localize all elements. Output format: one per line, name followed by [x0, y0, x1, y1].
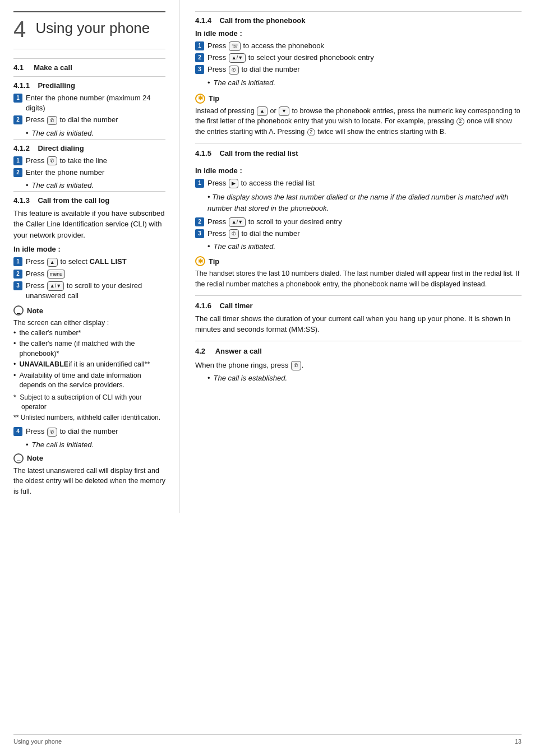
step-item: 1 Press ▲ to select CALL LIST [13, 257, 165, 267]
step-item: 2 Press ✆ to dial the number [13, 115, 165, 125]
note-title: Note [27, 307, 43, 315]
note-text: The screen can either display : the call… [13, 318, 165, 391]
menu-key-icon: menu [47, 270, 66, 279]
note-header-2: ⎯ Note [13, 453, 165, 463]
step-item: 2 Press ▲/▼ to select your desired phone… [195, 53, 522, 63]
section-4-1-3-step4: 4 Press ✆ to dial the number [13, 426, 165, 437]
page: 4 Using your phone 4.1 Make a call 4.1.1… [0, 0, 535, 756]
tip-icon-1: ✱ [195, 94, 205, 104]
section-4-1-5-steps-2: 2 Press ▲/▼ to scroll to your desired en… [195, 217, 522, 239]
idle-mode-label-4-1-4: In idle mode : [195, 29, 522, 38]
talk-key-icon-2: ✆ [229, 66, 239, 75]
section-4-1-4-steps: 1 Press ☏ to access the phonebook 2 Pres… [195, 41, 522, 75]
tip-icon-2: ✱ [195, 256, 205, 266]
divider-1 [195, 143, 522, 143]
chapter-title: Using your phone [35, 20, 150, 36]
step-item: 1 Enter the phone number (maximum 24 dig… [13, 93, 165, 113]
note-box-2: ⎯ Note The latest unanswered call will d… [13, 453, 165, 497]
tip-header-1: ✱ Tip [195, 94, 522, 104]
note-icon: ⎯ [13, 305, 24, 316]
step-item: 1 Press ☏ to access the phonebook [195, 41, 522, 51]
footnote-item: ** Unlisted numbers, withheld caller ide… [13, 413, 165, 423]
note-title-2: Note [27, 454, 43, 462]
section-4-1-4-header: 4.1.4 Call from the phonebook [195, 11, 522, 25]
section-4-1-1-steps: 1 Enter the phone number (maximum 24 dig… [13, 93, 165, 126]
bullet-item-4-2: The call is established. [195, 374, 522, 382]
section-4-1-3-intro: This feature is available if you have su… [13, 208, 165, 241]
note-icon-2: ⎯ [13, 453, 24, 463]
bullet-item: The call is initiated. [13, 129, 165, 137]
note-header: ⎯ Note [13, 305, 165, 316]
talk-key-icon: ✆ [47, 428, 57, 437]
footer-right: 13 [515, 738, 522, 745]
section-4-1-5-header: 4.1.5 Call from the redial list [195, 149, 522, 157]
content-area: 4 Using your phone 4.1 Make a call 4.1.1… [0, 0, 535, 535]
bullet-item-4-1-4: The call is initiated. [195, 78, 522, 87]
note-text-2: The latest unanswered call will display … [13, 466, 165, 497]
tip-header-2: ✱ Tip [195, 256, 522, 266]
page-footer: Using your phone 13 [13, 734, 522, 745]
footer-left: Using your phone [13, 738, 62, 745]
section-4-1-6-header: 4.1.6 Call timer [195, 302, 522, 310]
section-4-1-5-steps: 1 Press ▶ to access the redial list [195, 178, 522, 188]
redial-key-icon: ▶ [229, 179, 238, 188]
talk-key-icon: ✆ [47, 116, 57, 126]
idle-mode-label-4-1-5: In idle mode : [195, 166, 522, 175]
phonebook-key-icon: ☏ [229, 41, 241, 51]
left-column: 4 Using your phone 4.1 Make a call 4.1.1… [0, 0, 179, 513]
num-2-icon-2: 2 [307, 128, 315, 136]
list-item: the caller's name (if matched with the p… [13, 339, 165, 359]
divider-2 [195, 295, 522, 296]
section-4-1-1-header: 4.1.1 Predialling [13, 76, 165, 90]
bullet-item: The call is initiated. [13, 181, 165, 189]
step-item: 1 Press ▶ to access the redial list [195, 178, 522, 188]
nav-down-icon: ▼ [279, 106, 289, 117]
section-4-1-2-steps: 1 Press ✆ to take the line 2 Enter the p… [13, 156, 165, 178]
list-item: Availability of time and date informatio… [13, 371, 165, 391]
section-4-1-2-header: 4.1.2 Direct dialing [13, 139, 165, 152]
nav-key-icon: ▲ [47, 258, 58, 267]
step-item: 3 Press ✆ to dial the number [195, 229, 522, 239]
step-item: 4 Press ✆ to dial the number [13, 426, 165, 437]
scroll-key-icon: ▲/▼ [47, 281, 64, 291]
tip-title-2: Tip [209, 257, 219, 266]
section-4-1-3-header: 4.1.3 Call from the call log [13, 191, 165, 205]
right-column: 4.1.4 Call from the phonebook In idle mo… [179, 0, 535, 513]
scroll-key-icon-2: ▲/▼ [229, 53, 246, 63]
step-item: 3 Press ▲/▼ to scroll to your desired un… [13, 281, 165, 301]
talk-key-icon: ✆ [47, 156, 57, 166]
section-4-1-6-text: The call timer shows the duration of you… [195, 313, 522, 335]
list-item: the caller's number* [13, 328, 165, 338]
tip-box-2: ✱ Tip The handset stores the last 10 num… [195, 256, 522, 290]
section-4-2-text: When the phone rings, press ✆. [195, 360, 522, 371]
redial-bullet-1: • The display shows the last number dial… [195, 192, 522, 214]
num-2-icon: 2 [456, 118, 464, 126]
scroll-key-icon-3: ▲/▼ [229, 217, 246, 227]
tip-box-1: ✱ Tip Instead of pressing ▲ or ▼ to brow… [195, 94, 522, 137]
section-4-1-3-steps: 1 Press ▲ to select CALL LIST 2 Press me… [13, 257, 165, 301]
bullet-item: The call is initiated. [13, 440, 165, 449]
footnote-item: * Subject to a subscription of CLI with … [13, 393, 165, 412]
section-4-1-title: 4.1 Make a call [13, 58, 165, 72]
tip-text-2: The handset stores the last 10 numbers d… [195, 268, 522, 290]
divider-3 [195, 341, 522, 341]
talk-key-icon-3: ✆ [229, 229, 239, 239]
tip-text-1: Instead of pressing ▲ or ▼ to browse the… [195, 106, 522, 137]
nav-up-icon: ▲ [257, 106, 268, 117]
talk-key-icon-4: ✆ [291, 361, 301, 371]
chapter-number: 4 [13, 17, 26, 41]
bullet-item-4-1-5: The call is initiated. [195, 242, 522, 251]
step-item: 2 Press ▲/▼ to scroll to your desired en… [195, 217, 522, 227]
idle-mode-label: In idle mode : [13, 245, 165, 253]
section-4-1-num: 4.1 [13, 63, 24, 72]
step-item: 2 Press menu [13, 269, 165, 279]
list-item: UNAVAILABLE if it is an unidentified cal… [13, 360, 165, 370]
chapter-heading: 4 Using your phone [13, 11, 165, 49]
note-box-1: ⎯ Note The screen can either display : t… [13, 305, 165, 422]
step-item: 2 Enter the phone number [13, 168, 165, 178]
step-item: 1 Press ✆ to take the line [13, 156, 165, 166]
tip-title-1: Tip [209, 94, 219, 103]
step-item: 3 Press ✆ to dial the number [195, 64, 522, 75]
section-4-2-title: 4.2 Answer a call [195, 347, 522, 355]
